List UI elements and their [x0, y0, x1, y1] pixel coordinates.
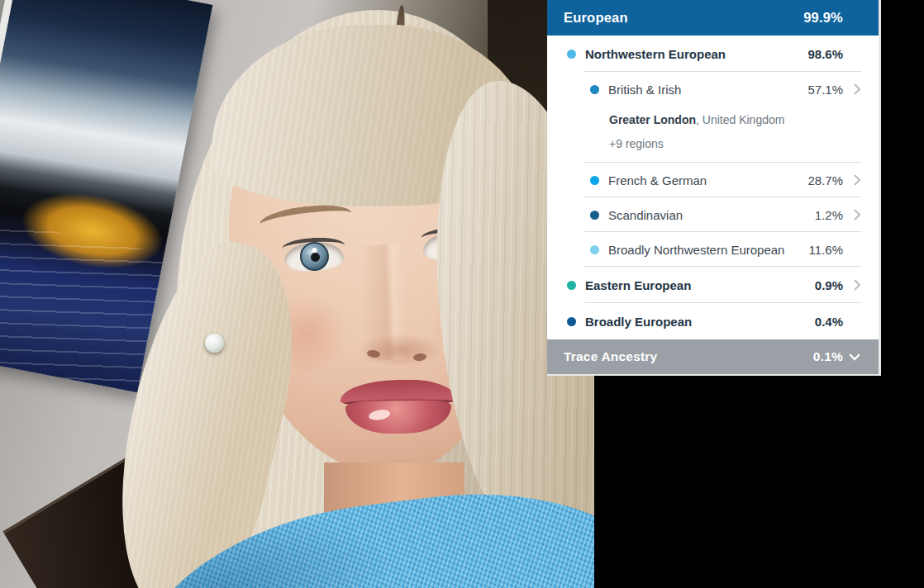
ancestry-percent: 0.9% [815, 278, 843, 292]
chevron-right-icon [843, 173, 861, 187]
category-dot [590, 211, 599, 220]
trace-percent: 0.1% [813, 349, 843, 364]
eye-left [283, 241, 345, 273]
category-dot [567, 50, 576, 59]
category-dot [590, 176, 599, 185]
ancestry-composition-panel: European 99.9% Northwestern European 98.… [547, 0, 881, 376]
ancestry-label: French & German [608, 173, 707, 187]
european-header: European 99.9% [547, 0, 879, 36]
row-broadly-northwestern-european: Broadly Northwestern European 11.6% [547, 232, 879, 267]
lips [340, 379, 456, 437]
pearl-earring [205, 334, 224, 353]
category-percent: 99.9% [803, 10, 843, 26]
ancestry-percent: 57.1% [807, 83, 843, 97]
ancestry-label: Broadly European [585, 315, 692, 329]
portrait-photo [0, 0, 594, 588]
ancestry-label: Eastern European [585, 278, 691, 292]
painting-water-streaks [0, 216, 164, 393]
trace-label: Trace Ancestry [564, 349, 657, 364]
chevron-down-icon [843, 353, 861, 361]
row-northwestern-european: Northwestern European 98.6% [547, 36, 879, 72]
ancestry-percent: 1.2% [815, 208, 843, 222]
more-regions-line: +9 regions [547, 132, 879, 163]
ancestry-percent: 98.6% [807, 47, 843, 61]
category-dot [590, 245, 599, 254]
row-eastern-european[interactable]: Eastern European 0.9% [547, 267, 879, 303]
row-broadly-european: Broadly European 0.4% [547, 303, 879, 339]
category-label: European [564, 10, 628, 26]
more-regions: +9 regions [609, 137, 664, 150]
category-dot [567, 281, 576, 290]
ancestry-percent: 0.4% [815, 315, 843, 329]
category-dot [567, 317, 576, 326]
category-dot [590, 85, 599, 94]
row-british-irish[interactable]: British & Irish 57.1% [547, 72, 879, 107]
ancestry-percent: 28.7% [807, 173, 843, 187]
ancestry-percent: 11.6% [809, 243, 843, 257]
region-line: Greater London, United Kingdom [547, 107, 879, 132]
ancestry-label: Broadly Northwestern European [608, 243, 784, 257]
chevron-right-icon [843, 278, 861, 292]
chevron-right-icon [843, 83, 861, 96]
lower-lip [345, 400, 452, 434]
ancestry-label: Northwestern European [585, 47, 726, 61]
region-secondary: , United Kingdom [696, 113, 784, 126]
trace-ancestry-bar[interactable]: Trace Ancestry 0.1% [547, 339, 879, 374]
screenshot-stage: European 99.9% Northwestern European 98.… [0, 0, 924, 588]
ancestry-label: British & Irish [608, 83, 681, 97]
row-french-german[interactable]: French & German 28.7% [547, 163, 879, 197]
row-scandinavian[interactable]: Scandinavian 1.2% [547, 197, 879, 232]
ancestry-label: Scandinavian [608, 208, 683, 222]
chevron-right-icon [843, 208, 861, 221]
region-primary: Greater London [609, 113, 696, 126]
